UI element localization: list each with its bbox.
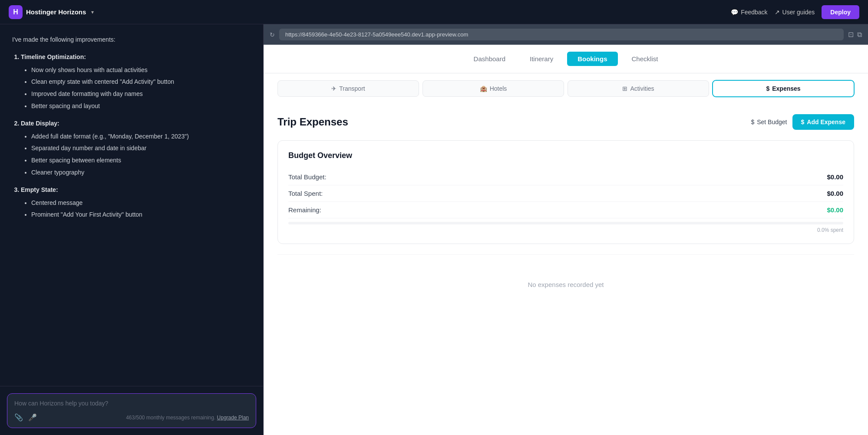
sub-list: Centered message Prominent "Add Your Fir…: [21, 198, 251, 221]
chat-input-footer: 📎 🎤 463/500 monthly messages remaining. …: [14, 413, 249, 422]
app-content: Dashboard Itinerary Bookings Checklist ✈…: [264, 45, 868, 435]
activities-icon: ⊞: [622, 85, 627, 92]
attachment-icon[interactable]: 📎: [14, 413, 23, 422]
tab-itinerary[interactable]: Itinerary: [519, 52, 564, 66]
list-item: Added full date format (e.g., "Monday, D…: [31, 132, 251, 142]
chat-meta: 463/500 monthly messages remaining. Upgr…: [126, 415, 249, 421]
topbar: H Hostinger Horizons ▾ 💬 Feedback ↗ User…: [0, 0, 868, 24]
improvements-list: Timeline Optimization: Now only shows ho…: [12, 52, 251, 220]
add-expense-button[interactable]: $ Add Expense: [792, 114, 855, 130]
sub-tab-transport[interactable]: ✈ Transport: [277, 80, 419, 97]
total-budget-value: $0.00: [827, 173, 843, 181]
section-title: Date Display:: [21, 120, 59, 127]
url-bar[interactable]: [279, 29, 844, 40]
browser-bar: ↻ ⊡ ⧉: [264, 24, 868, 45]
feedback-button[interactable]: 💬 Feedback: [731, 9, 767, 16]
browser-actions: ⊡ ⧉: [848, 30, 862, 39]
budget-overview-title: Budget Overview: [288, 151, 843, 160]
deploy-button[interactable]: Deploy: [822, 5, 859, 19]
sub-list: Added full date format (e.g., "Monday, D…: [21, 132, 251, 178]
sub-tab-activities[interactable]: ⊞ Activities: [568, 80, 709, 97]
budget-row-total: Total Budget: $0.00: [288, 169, 843, 185]
empty-state: No expenses recorded yet: [277, 254, 854, 314]
tab-dashboard[interactable]: Dashboard: [463, 52, 516, 66]
desktop-view-icon[interactable]: ⊡: [848, 30, 854, 39]
refresh-button[interactable]: ↻: [270, 31, 275, 38]
spent-percentage: 0.0% spent: [288, 227, 843, 233]
list-item: Prominent "Add Your First Activity" butt…: [31, 210, 251, 220]
list-item: Better spacing and layout: [31, 101, 251, 112]
chat-icon: 💬: [731, 9, 738, 16]
sub-list: Now only shows hours with actual activit…: [21, 65, 251, 112]
logo: H: [9, 5, 23, 19]
chat-panel: I've made the following improvements: Ti…: [0, 24, 264, 435]
dollar-icon: $: [766, 85, 769, 92]
sub-tab-hotels[interactable]: 🏨 Hotels: [422, 80, 564, 97]
list-item: Clean empty state with centered "Add Act…: [31, 77, 251, 87]
page-title: Trip Expenses: [277, 116, 348, 128]
chat-icons: 📎 🎤: [14, 413, 37, 422]
upgrade-plan-link[interactable]: Upgrade Plan: [217, 415, 249, 421]
list-item: Date Display: Added full date format (e.…: [21, 119, 251, 178]
mobile-view-icon[interactable]: ⧉: [857, 30, 862, 39]
topbar-left: H Hostinger Horizons ▾: [9, 5, 94, 19]
list-item: Timeline Optimization: Now only shows ho…: [21, 52, 251, 112]
tab-bookings[interactable]: Bookings: [567, 52, 617, 66]
list-item: Centered message: [31, 198, 251, 208]
add-expense-icon: $: [801, 119, 805, 125]
content-header: Trip Expenses $ Set Budget $ Add Expense: [277, 114, 854, 130]
total-spent-value: $0.00: [827, 190, 843, 197]
budget-overview-card: Budget Overview Total Budget: $0.00 Tota…: [277, 140, 854, 244]
nav-tabs: Dashboard Itinerary Bookings Checklist: [264, 45, 868, 73]
chat-input[interactable]: [14, 400, 249, 407]
message-count: 463/500 monthly messages remaining.: [126, 415, 215, 421]
chat-input-box: 📎 🎤 463/500 monthly messages remaining. …: [7, 393, 256, 428]
user-guides-button[interactable]: ↗ User guides: [775, 9, 815, 16]
sub-tabs: ✈ Transport 🏨 Hotels ⊞ Activities $ Expe…: [264, 73, 868, 104]
header-actions: $ Set Budget $ Add Expense: [751, 114, 854, 130]
budget-row-spent: Total Spent: $0.00: [288, 185, 843, 202]
remaining-label: Remaining:: [288, 206, 321, 214]
total-spent-label: Total Spent:: [288, 190, 323, 197]
list-item: Separated day number and date in sidebar: [31, 143, 251, 154]
list-item: Cleaner typography: [31, 168, 251, 178]
remaining-value: $0.00: [827, 206, 843, 214]
main-layout: I've made the following improvements: Ti…: [0, 24, 868, 435]
topbar-right: 💬 Feedback ↗ User guides Deploy: [731, 5, 859, 19]
chat-content: I've made the following improvements: Ti…: [0, 24, 263, 386]
list-item: Empty State: Centered message Prominent …: [21, 185, 251, 220]
chevron-down-icon[interactable]: ▾: [91, 9, 94, 15]
list-item: Better spacing between elements: [31, 155, 251, 166]
empty-state-text: No expenses recorded yet: [528, 281, 604, 288]
list-item: Improved date formatting with day names: [31, 89, 251, 99]
section-title: Empty State:: [21, 186, 58, 193]
section-title: Timeline Optimization:: [21, 53, 86, 60]
chat-input-area: 📎 🎤 463/500 monthly messages remaining. …: [0, 386, 263, 435]
sub-tab-expenses[interactable]: $ Expenses: [713, 80, 854, 97]
content-area: Trip Expenses $ Set Budget $ Add Expense: [264, 104, 868, 435]
budget-dollar-icon: $: [751, 119, 754, 125]
total-budget-label: Total Budget:: [288, 173, 327, 181]
list-item: Now only shows hours with actual activit…: [31, 65, 251, 76]
transport-icon: ✈: [331, 85, 337, 92]
budget-row-remaining: Remaining: $0.00: [288, 202, 843, 218]
tab-checklist[interactable]: Checklist: [621, 52, 669, 66]
external-link-icon: ↗: [775, 9, 780, 16]
microphone-icon[interactable]: 🎤: [28, 413, 37, 422]
preview-panel: ↻ ⊡ ⧉ Dashboard Itinerary Bookings Check…: [264, 24, 868, 435]
intro-text: I've made the following improvements:: [12, 35, 251, 45]
hotel-icon: 🏨: [480, 85, 487, 92]
progress-bar-container: [288, 222, 843, 224]
app-name: Hostinger Horizons: [26, 8, 86, 16]
set-budget-button[interactable]: $ Set Budget: [751, 119, 787, 125]
